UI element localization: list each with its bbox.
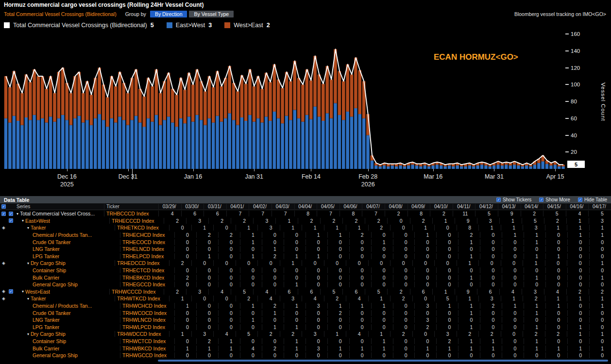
table-control-hide-table[interactable]: Hide Table [578, 197, 607, 202]
value-cell: 1 [501, 296, 523, 301]
table-row[interactable]: ▾Total Commercial Vessel Cross...TRHBCCC… [0, 210, 611, 217]
select-all-checkbox[interactable] [1, 204, 6, 209]
table-control-show-more[interactable]: Show More [539, 197, 570, 202]
table-row[interactable]: Bulk CarrierTRHWBKCD Index11142131110111… [0, 345, 611, 352]
expand-arrow-icon[interactable]: ▾ [27, 261, 29, 265]
series-column-header[interactable]: Series [15, 204, 104, 209]
y-tick-mark [565, 33, 569, 34]
row-checkbox[interactable] [1, 212, 6, 216]
value-cell: 3 [478, 296, 501, 301]
date-column-header[interactable]: 04/12/ [475, 204, 498, 209]
data-table-body: ▾Total Commercial Vessel Cross...TRHBCCC… [0, 210, 611, 359]
table-row[interactable]: ◈▾West>EastTRHWCCCD Index234546656526196… [0, 288, 611, 296]
date-column-header[interactable]: 03/31/ [204, 204, 226, 209]
ticker-cell: TRHWCOCD Index [120, 310, 174, 316]
date-column-header[interactable]: 04/08/ [385, 204, 407, 209]
expand-arrow-icon[interactable]: ▾ [27, 332, 29, 336]
value-cell: 0 [458, 317, 480, 323]
table-row[interactable]: ▾East>WestTRHECCCD Index2322312222021931… [0, 217, 611, 225]
table-row[interactable]: Bulk CarrierTRHEBKCD Index20000000000001… [0, 274, 611, 281]
date-column-header[interactable]: 04/17/ [588, 204, 611, 209]
value-cell: 0 [545, 352, 567, 358]
table-row[interactable]: Chemical / Products Tan...TRHECHCD Index… [0, 232, 611, 239]
value-cell: 2 [196, 338, 218, 344]
value-cell: 0 [240, 267, 262, 273]
table-row[interactable]: ◈▾TankerTRHETKCD Index010131111201081131… [0, 224, 611, 232]
table-row[interactable]: Container ShipTRHECTCD Index000000000000… [0, 267, 611, 274]
table-row[interactable]: General Cargo ShipTRHWGCCD Index00000000… [0, 352, 611, 359]
value-cell: 1 [458, 310, 480, 316]
table-row[interactable]: LPG TankerTRHWLPCD Index0000110000020100… [0, 324, 611, 331]
value-cell: 6 [181, 211, 204, 216]
value-cell: 0 [567, 281, 589, 287]
row-checkbox[interactable] [9, 218, 13, 223]
expand-arrow-icon[interactable]: ▾ [17, 212, 18, 216]
legend-item-2[interactable]: West>East2 [224, 22, 270, 29]
horizontal-scrollbar-thumb[interactable] [158, 360, 608, 362]
row-checkbox[interactable] [9, 212, 13, 216]
table-row[interactable]: Crude Oil TankerTRHWCOCD Index0000100200… [0, 309, 611, 316]
row-diamond-icon[interactable]: ◈ [2, 297, 5, 301]
x-tick-mark [433, 169, 434, 171]
date-column-header[interactable]: 04/03/ [272, 204, 294, 209]
value-cell: 0 [414, 310, 436, 316]
date-column-header[interactable]: 04/09/ [407, 204, 430, 209]
table-row[interactable]: LNG TankerTRHWLNCD Index0001000000030000… [0, 316, 611, 324]
value-cell: 1 [240, 253, 262, 259]
table-row[interactable]: ◈▾Dry Cargo ShipTRHEDCCD Index2000010000… [0, 260, 611, 267]
table-row[interactable]: Chemical / Products Tan...TRHWCHCD Index… [0, 302, 611, 310]
date-column-header[interactable]: 04/07/ [362, 204, 385, 209]
date-column-header[interactable]: 04/01/ [226, 204, 249, 209]
expand-arrow-icon[interactable]: ▾ [22, 289, 24, 294]
row-diamond-icon[interactable]: ◈ [2, 289, 5, 294]
value-cell: 0 [393, 232, 415, 238]
date-column-header[interactable]: 04/14/ [521, 204, 543, 209]
table-row[interactable]: Crude Oil TankerTRHECOCD Index0001000001… [0, 238, 611, 246]
date-column-header[interactable]: 04/16/ [566, 204, 589, 209]
table-row[interactable]: General Cargo ShipTRHEGCCD Index00000100… [0, 281, 611, 288]
date-column-header[interactable]: 03/30/ [181, 204, 204, 209]
table-row[interactable]: Container ShipTRHWCTCD Index021001000100… [0, 338, 611, 345]
table-row[interactable]: LNG TankerTRHELNCD Index0000100000000000… [0, 246, 611, 253]
row-diamond-icon[interactable]: ◈ [2, 226, 5, 230]
value-cell: 0 [306, 239, 327, 245]
value-cell: 2 [327, 310, 349, 316]
value-cell: 1 [262, 310, 284, 316]
date-column-header[interactable]: 04/06/ [339, 204, 362, 209]
legend-item-1[interactable]: East>West3 [167, 22, 212, 29]
row-checkbox[interactable] [9, 289, 13, 294]
table-row[interactable]: ▾Dry Cargo ShipTRHWDCCD Index13452231412… [0, 331, 611, 338]
value-cell: 0 [545, 317, 567, 323]
value-cell: 1 [169, 296, 191, 301]
table-row[interactable]: ◈▾TankerTRHWTKCD Index100243424120513121… [0, 295, 611, 302]
group-by-button-0[interactable]: By Direction [150, 11, 187, 17]
date-column-header[interactable]: 04/10/ [430, 204, 453, 209]
y-tick-mark [565, 151, 569, 152]
value-cell: 3 [477, 218, 499, 224]
value-cell: 0 [324, 260, 346, 266]
date-column-header[interactable]: 04/15/ [543, 204, 566, 209]
date-column-header[interactable]: 03/29/ [158, 204, 181, 209]
value-cell: 7 [249, 211, 272, 216]
date-column-header[interactable]: 04/11/ [453, 204, 475, 209]
value-cell: 1 [567, 225, 589, 231]
row-diamond-icon[interactable]: ◈ [2, 261, 5, 265]
value-cell: 0 [174, 246, 196, 252]
table-row[interactable]: LPG TankerTRHELPCD Index0101211000000100… [0, 253, 611, 260]
value-cell: 0 [567, 253, 589, 259]
expand-arrow-icon[interactable]: ▾ [27, 297, 29, 301]
value-cell: 0 [478, 260, 501, 266]
date-column-header[interactable]: 04/05/ [317, 204, 339, 209]
table-control-show-tickers[interactable]: Show Tickers [496, 197, 531, 202]
ticker-column-header[interactable]: Ticker [104, 204, 158, 209]
value-cell: 0 [218, 303, 240, 309]
date-column-header[interactable]: 04/02/ [249, 204, 272, 209]
value-cell: 4 [346, 296, 368, 301]
expand-arrow-icon[interactable]: ▾ [27, 226, 29, 230]
expand-arrow-icon[interactable]: ▾ [22, 218, 24, 223]
group-by-button-1[interactable]: By Vessel Type [189, 11, 234, 17]
date-column-header[interactable]: 04/04/ [294, 204, 317, 209]
value-cell: 4 [208, 289, 231, 295]
date-column-header[interactable]: 04/13/ [498, 204, 521, 209]
legend-item-0[interactable]: Total Commercial Vessel Crossings (Bidir… [4, 22, 154, 29]
